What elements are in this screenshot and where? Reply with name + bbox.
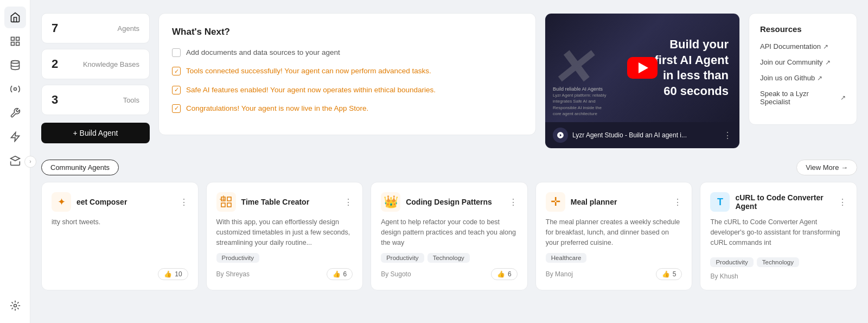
card-desc-curl: The cURL to Code Converter Agent develop… <box>710 217 847 252</box>
knowledge-count: 2 <box>52 57 58 71</box>
sidebar-debug[interactable] <box>4 295 26 316</box>
svg-point-4 <box>11 61 19 64</box>
likes-count-partial: 10 <box>175 270 182 278</box>
card-curl: T cURL to Code Converter Agent ⋮ The cUR… <box>700 182 857 290</box>
agents-label: Agents <box>118 24 139 33</box>
card-tags-timetable: Productivity <box>216 253 353 263</box>
agents-count: 7 <box>52 21 58 35</box>
resources-panel: Resources API Documentation ↗ Join our C… <box>749 13 857 125</box>
sidebar-paint[interactable] <box>4 150 26 172</box>
likes-count-meal: 5 <box>673 270 676 278</box>
whats-next-title: What's Next? <box>172 27 522 37</box>
sidebar-wrench[interactable] <box>4 102 26 124</box>
card-author-coding: By Sugoto <box>381 270 411 278</box>
resource-arrow-3: ↗ <box>840 94 846 102</box>
card-likes-partial[interactable]: 👍 10 <box>158 268 188 280</box>
resource-community[interactable]: Join our Community ↗ <box>760 58 846 66</box>
card-author-meal: By Manoj <box>546 270 573 278</box>
video-channel-icon <box>553 128 568 143</box>
sidebar-tools[interactable] <box>4 78 26 100</box>
card-title-row-timetable: Time Table Creator <box>216 192 310 212</box>
sidebar-lightning[interactable] <box>4 126 26 148</box>
checklist-item-3: ✓ Congratulations! Your agent is now liv… <box>172 103 522 114</box>
card-header-meal: ✛ Meal planner ⋮ <box>546 192 682 212</box>
thumbs-up-icon-meal: 👍 <box>662 270 670 278</box>
card-author-timetable: By Shreyas <box>216 270 250 278</box>
sidebar: › <box>0 0 30 323</box>
card-likes-meal[interactable]: 👍 5 <box>656 268 682 280</box>
curl-icon-symbol: T <box>717 197 723 208</box>
video-panel: ✕ Build reliable AI Agents Lyzr Agent pl… <box>545 13 740 149</box>
svg-rect-3 <box>16 42 19 46</box>
card-more-timetable[interactable]: ⋮ <box>344 197 353 207</box>
card-timetable: Time Table Creator ⋮ With this app, you … <box>206 182 363 290</box>
thumbs-up-icon-partial: 👍 <box>164 270 172 278</box>
resource-arrow-0: ↗ <box>823 43 828 50</box>
card-tags-coding: Productivity Technology <box>381 253 518 263</box>
card-more-coding[interactable]: ⋮ <box>509 197 518 207</box>
sidebar-agents[interactable] <box>4 30 26 52</box>
resource-api-docs[interactable]: API Documentation ↗ <box>760 42 846 50</box>
checklist-text-1: Tools connected successfully! Your agent… <box>186 66 431 77</box>
resources-title: Resources <box>760 24 846 34</box>
card-header-curl: T cURL to Code Converter Agent ⋮ <box>710 192 847 212</box>
card-title-timetable: Time Table Creator <box>241 198 310 206</box>
svg-point-5 <box>14 88 16 91</box>
checklist-item-0: Add documents and data sources to your a… <box>172 47 522 58</box>
video-bg-label: Build reliable AI Agents Lyzr Agent plat… <box>553 86 607 117</box>
sidebar-knowledge[interactable] <box>4 54 26 76</box>
card-title-partial: eet Composer <box>76 198 127 206</box>
card-title-curl: cURL to Code Converter Agent <box>735 193 838 211</box>
community-agents-tag: Community Agents <box>41 160 119 175</box>
resource-github[interactable]: Join us on Github ↗ <box>760 74 846 82</box>
card-icon-meal: ✛ <box>546 192 565 212</box>
card-footer-coding: By Sugoto 👍 6 <box>381 268 518 280</box>
agents-stat-card: 7 Agents <box>41 13 150 43</box>
build-agent-button[interactable]: + Build Agent <box>41 123 150 143</box>
resource-specialist[interactable]: Speak to a Lyzr Specialist ↗ <box>760 90 846 106</box>
checkbox-unchecked-0[interactable] <box>172 48 181 57</box>
likes-count-timetable: 6 <box>343 270 347 278</box>
card-tags-curl: Productivity Technology <box>710 257 847 267</box>
checkbox-checked-1[interactable]: ✓ <box>172 67 181 75</box>
card-header-partial: ✦ eet Composer ⋮ <box>52 192 188 212</box>
tools-label: Tools <box>123 96 139 104</box>
card-title-row-meal: ✛ Meal planner <box>546 192 617 212</box>
video-overlay-text: Build your first AI Agent in less than 6… <box>655 37 729 99</box>
card-title-row-partial: ✦ eet Composer <box>52 192 127 212</box>
video-more-button[interactable]: ⋮ <box>723 130 732 141</box>
coding-icon-symbol: 👑 <box>384 195 398 209</box>
community-cards-row: ✦ eet Composer ⋮ itty short tweets. 👍 10 <box>41 182 857 290</box>
checkbox-checked-2[interactable]: ✓ <box>172 86 181 94</box>
card-header-timetable: Time Table Creator ⋮ <box>216 192 353 212</box>
video-play-button[interactable] <box>627 57 658 79</box>
card-footer-partial: 👍 10 <box>52 268 188 280</box>
tag-healthcare-meal: Healthcare <box>546 253 587 263</box>
card-author-curl: By Khush <box>710 273 738 280</box>
checklist-item-2: ✓ Safe AI features enabled! Your agent n… <box>172 85 522 96</box>
top-row: 7 Agents 2 Knowledge Bases 3 Tools + Bui… <box>41 13 857 149</box>
card-more-partial[interactable]: ⋮ <box>180 197 188 207</box>
card-likes-timetable[interactable]: 👍 6 <box>327 268 353 280</box>
tag-productivity-timetable: Productivity <box>216 253 259 263</box>
checkbox-checked-3[interactable]: ✓ <box>172 104 181 113</box>
card-more-curl[interactable]: ⋮ <box>838 197 847 207</box>
card-more-meal[interactable]: ⋮ <box>673 197 682 207</box>
card-icon-coding: 👑 <box>381 192 400 212</box>
card-title-row-curl: T cURL to Code Converter Agent <box>710 192 838 212</box>
tag-productivity-coding: Productivity <box>381 253 424 263</box>
checklist-text-0: Add documents and data sources to your a… <box>186 47 340 58</box>
svg-rect-2 <box>11 42 14 46</box>
sidebar-home[interactable] <box>4 7 26 28</box>
community-section: Community Agents View More → ✦ eet Compo… <box>41 160 857 290</box>
card-likes-coding[interactable]: 👍 6 <box>491 268 518 280</box>
play-triangle-icon <box>639 62 648 73</box>
card-desc-meal: The meal planner creates a weekly schedu… <box>546 217 682 248</box>
svg-rect-0 <box>11 37 14 41</box>
card-meal: ✛ Meal planner ⋮ The meal planner create… <box>535 182 693 290</box>
video-thumbnail[interactable]: ✕ Build reliable AI Agents Lyzr Agent pl… <box>545 14 739 122</box>
sidebar-collapse-toggle[interactable]: › <box>24 156 36 168</box>
checklist-item-1: ✓ Tools connected successfully! Your age… <box>172 66 522 77</box>
tools-count: 3 <box>52 93 58 107</box>
view-more-button[interactable]: View More → <box>796 160 857 175</box>
